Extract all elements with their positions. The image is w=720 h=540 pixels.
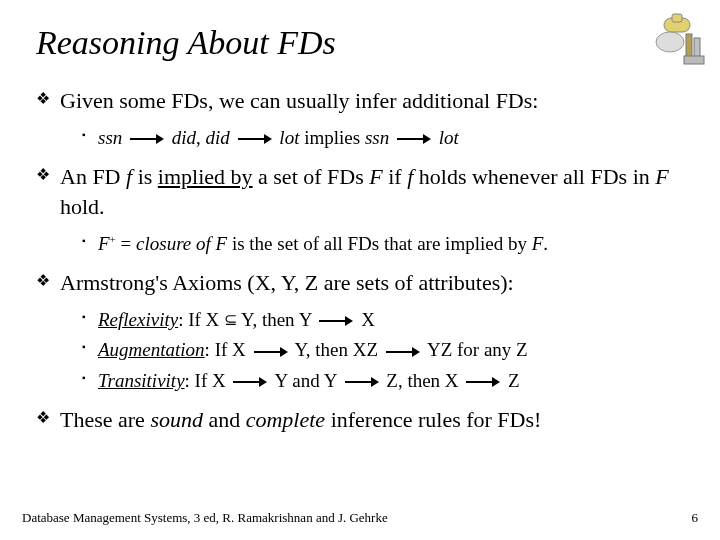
- axiom-reflexivity: Reflexivity: If X ⊆ Y, then Y X: [82, 306, 690, 335]
- text: These are: [60, 407, 150, 432]
- svg-rect-4: [694, 38, 700, 58]
- text: : If X: [205, 339, 251, 360]
- implied-by-term: implied by: [158, 164, 253, 189]
- axiom-name: Augmentation: [98, 339, 205, 360]
- svg-rect-1: [672, 14, 682, 22]
- did-2: did: [206, 127, 230, 148]
- ssn-2: ssn: [365, 127, 389, 148]
- footer: Database Management Systems, 3 ed, R. Ra…: [22, 510, 698, 526]
- f-plus-symbol: F+: [98, 233, 116, 254]
- worker-icon: [636, 12, 706, 66]
- text: An FD: [60, 164, 126, 189]
- text: is the set of all FDs that are implied b…: [227, 233, 531, 254]
- var-F: F: [369, 164, 382, 189]
- slide: Reasoning About FDs Given some FDs, we c…: [0, 0, 720, 540]
- arrow-icon: [254, 347, 288, 357]
- text: Z: [503, 370, 519, 391]
- arrow-icon: [130, 134, 164, 144]
- svg-rect-5: [684, 56, 704, 64]
- text: is: [132, 164, 158, 189]
- bullet-text: Armstrong's Axioms (X, Y, Z are sets of …: [60, 270, 514, 295]
- corner-clipart: [636, 12, 706, 66]
- svg-point-2: [656, 32, 684, 52]
- text: Z, then X: [382, 370, 464, 391]
- axiom-augmentation: Augmentation: If X Y, then XZ YZ for any…: [82, 336, 690, 365]
- bullet-given-fds: Given some FDs, we can usually infer add…: [36, 86, 690, 152]
- arrow-icon: [319, 316, 353, 326]
- arrow-icon: [238, 134, 272, 144]
- axiom-name: Transitivity: [98, 370, 185, 391]
- ssn-1: ssn: [98, 127, 122, 148]
- page-number: 6: [692, 510, 699, 526]
- comma: ,: [196, 127, 206, 148]
- lot-1: lot: [279, 127, 299, 148]
- complete-term: complete: [246, 407, 325, 432]
- axiom-transitivity: Transitivity: If X Y and Y Z, then X Z: [82, 367, 690, 396]
- text: hold.: [60, 194, 105, 219]
- text: : If X: [185, 370, 231, 391]
- axiom-name: Reflexivity: [98, 309, 178, 330]
- sub-closure: F+ = closure of F is the set of all FDs …: [82, 230, 690, 259]
- bullet-implied-by: An FD f is implied by a set of FDs F if …: [36, 162, 690, 258]
- text: and: [203, 407, 246, 432]
- text: =: [116, 233, 136, 254]
- text: Y and Y: [270, 370, 341, 391]
- text: YZ for any Z: [423, 339, 528, 360]
- dot: .: [543, 233, 548, 254]
- bullet-sound-complete: These are sound and complete inference r…: [36, 405, 690, 435]
- text: inference rules for FDs!: [325, 407, 541, 432]
- arrow-icon: [466, 377, 500, 387]
- text: Y, then Y: [237, 309, 316, 330]
- text: a set of FDs: [253, 164, 370, 189]
- sub-example: ssn did, did lot implies ssn lot: [82, 124, 690, 153]
- text: Y, then XZ: [291, 339, 383, 360]
- footer-left: Database Management Systems, 3 ed, R. Ra…: [22, 510, 388, 526]
- text: X: [356, 309, 374, 330]
- arrow-icon: [397, 134, 431, 144]
- arrow-icon: [386, 347, 420, 357]
- bullet-list: Given some FDs, we can usually infer add…: [36, 86, 690, 435]
- page-title: Reasoning About FDs: [36, 24, 690, 62]
- closure-term: closure of F: [136, 233, 227, 254]
- svg-rect-3: [686, 34, 692, 58]
- text: holds whenever all FDs in: [419, 164, 655, 189]
- var-f2: f: [407, 164, 419, 189]
- arrow-icon: [233, 377, 267, 387]
- sound-term: sound: [150, 407, 203, 432]
- implies-text: implies: [304, 127, 365, 148]
- text: if: [383, 164, 407, 189]
- var-F: F: [532, 233, 544, 254]
- lot-2: lot: [439, 127, 459, 148]
- var-F2: F: [655, 164, 668, 189]
- text: : If X: [178, 309, 224, 330]
- arrow-icon: [345, 377, 379, 387]
- subset-icon: ⊆: [224, 312, 237, 328]
- bullet-armstrong: Armstrong's Axioms (X, Y, Z are sets of …: [36, 268, 690, 395]
- did-1: did: [172, 127, 196, 148]
- bullet-text: Given some FDs, we can usually infer add…: [60, 88, 538, 113]
